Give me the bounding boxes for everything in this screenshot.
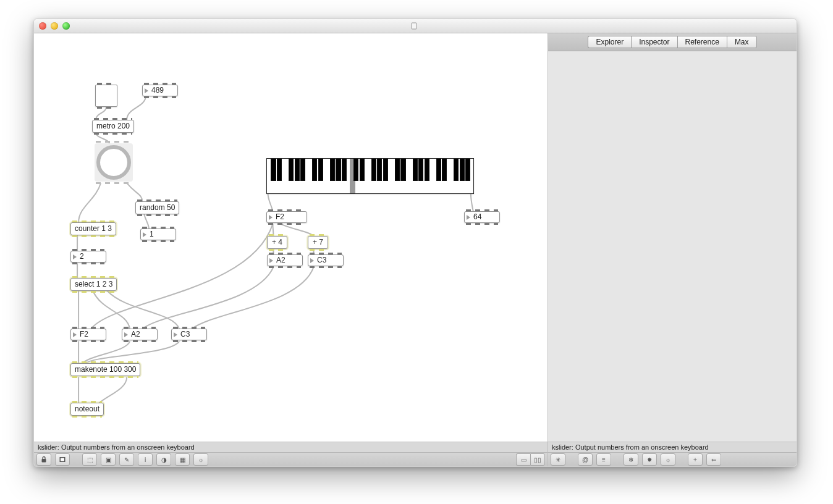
black-key[interactable] [336, 159, 340, 181]
toolbar-button[interactable]: ▦ [175, 453, 190, 466]
number-box[interactable]: F2 [266, 211, 307, 223]
object-box[interactable]: select 1 2 3 [70, 278, 117, 291]
toolbar-button[interactable]: ＋ [688, 453, 703, 466]
black-key[interactable] [300, 159, 305, 181]
toolbar-button[interactable]: ⇐ [706, 453, 721, 466]
triangle-icon [467, 215, 470, 220]
number-box[interactable]: 489 [142, 85, 178, 96]
presentation-toggle-icon[interactable]: ▯▯ [530, 453, 545, 466]
button-object[interactable] [95, 143, 133, 182]
triangle-icon [269, 258, 273, 263]
black-key[interactable] [395, 159, 400, 181]
tab-inspector[interactable]: Inspector [631, 36, 677, 48]
black-key[interactable] [418, 159, 423, 181]
number-box[interactable]: 2 [70, 251, 106, 262]
triangle-icon [269, 215, 273, 220]
black-key[interactable] [425, 159, 429, 181]
triangle-icon [73, 332, 77, 337]
black-key[interactable] [377, 159, 382, 181]
black-key[interactable] [277, 159, 282, 181]
black-key[interactable] [353, 159, 358, 181]
object-box[interactable]: metro 200 [92, 120, 134, 133]
triangle-icon [73, 254, 77, 259]
bottom-toolbar: ⬚ ▣ ✎ i ◑ ▦ ☼ ▭ ▯▯ [34, 452, 548, 466]
side-panel-body [548, 51, 797, 442]
toggle-object[interactable] [95, 85, 117, 107]
black-key[interactable] [360, 159, 365, 181]
zoom-icon[interactable] [62, 22, 70, 30]
black-key[interactable] [413, 159, 418, 181]
kslider-keyboard[interactable] [266, 158, 474, 194]
tab-max[interactable]: Max [727, 36, 757, 48]
object-box[interactable]: random 50 [135, 201, 179, 214]
black-key[interactable] [289, 159, 294, 181]
toolbar-button[interactable]: ✳ [551, 453, 565, 466]
toolbar-button[interactable]: ☼ [193, 453, 208, 466]
toolbar-button[interactable]: ≡ [596, 453, 611, 466]
black-key[interactable] [312, 159, 317, 181]
number-box[interactable]: 64 [464, 211, 500, 223]
presentation-toggle-icon[interactable]: ▭ [516, 453, 530, 466]
black-key[interactable] [371, 159, 376, 181]
triangle-icon [174, 332, 177, 337]
object-box[interactable]: noteout [70, 403, 104, 416]
svg-rect-1 [42, 459, 46, 463]
number-box[interactable]: C3 [308, 254, 344, 266]
titlebar[interactable] [34, 19, 797, 33]
object-box[interactable]: makenote 100 300 [70, 363, 140, 376]
side-panel: Explorer Inspector Reference Max kslider… [548, 33, 797, 466]
lock-icon[interactable] [36, 453, 51, 466]
message-box[interactable]: C3 [171, 329, 207, 340]
black-key[interactable] [400, 159, 405, 181]
black-key[interactable] [342, 159, 347, 181]
app-window: 489 metro 200 random 50 1 counter 1 3 2 … [33, 19, 797, 467]
toolbar-button[interactable]: ⬚ [82, 453, 97, 466]
black-key[interactable] [330, 159, 335, 181]
svg-rect-3 [61, 458, 64, 461]
toolbar-button[interactable]: @ [578, 453, 593, 466]
toolbar-button[interactable]: ▣ [101, 453, 116, 466]
number-box[interactable]: A2 [267, 254, 303, 266]
new-object-icon[interactable] [55, 453, 70, 466]
object-box[interactable]: counter 1 3 [70, 222, 116, 235]
bang-icon [96, 145, 131, 180]
black-key[interactable] [318, 159, 323, 181]
patcher-canvas[interactable]: 489 metro 200 random 50 1 counter 1 3 2 … [34, 33, 548, 442]
document-icon [410, 22, 418, 30]
minimize-icon[interactable] [51, 22, 58, 30]
toolbar-button[interactable]: ✸ [642, 453, 657, 466]
window-title [410, 22, 420, 30]
toolbar-button[interactable]: ☼ [661, 453, 675, 466]
side-status-bar: kslider: Output numbers from an onscreen… [548, 442, 797, 452]
toolbar-button[interactable]: ◑ [156, 453, 171, 466]
side-toolbar: ✳ @ ≡ ❄ ✸ ☼ ＋ ⇐ [548, 452, 797, 466]
tab-explorer[interactable]: Explorer [588, 36, 631, 48]
object-box[interactable]: + 4 [267, 236, 287, 249]
black-key[interactable] [460, 159, 465, 181]
toolbar-button[interactable]: ✎ [119, 453, 134, 466]
black-key[interactable] [436, 159, 441, 181]
status-bar: kslider: Output numbers from an onscreen… [34, 442, 548, 452]
side-panel-tabs: Explorer Inspector Reference Max [548, 33, 797, 51]
toolbar-button[interactable]: ❄ [624, 453, 638, 466]
close-icon[interactable] [39, 22, 46, 30]
black-key[interactable] [454, 159, 459, 181]
toolbar-button[interactable]: i [138, 453, 153, 466]
black-key[interactable] [271, 159, 276, 181]
message-box[interactable]: F2 [70, 329, 106, 340]
black-key[interactable] [295, 159, 300, 181]
patcher-pane: 489 metro 200 random 50 1 counter 1 3 2 … [34, 33, 548, 466]
tab-reference[interactable]: Reference [677, 36, 727, 48]
black-key[interactable] [465, 159, 470, 181]
triangle-icon [124, 332, 128, 337]
triangle-icon [310, 258, 314, 263]
number-box[interactable]: 1 [140, 229, 176, 240]
svg-rect-0 [412, 23, 417, 29]
triangle-icon [143, 232, 146, 237]
black-key[interactable] [442, 159, 447, 181]
object-box[interactable]: + 7 [308, 236, 328, 249]
message-box[interactable]: A2 [122, 329, 158, 340]
triangle-icon [145, 88, 148, 93]
black-key[interactable] [383, 159, 388, 181]
